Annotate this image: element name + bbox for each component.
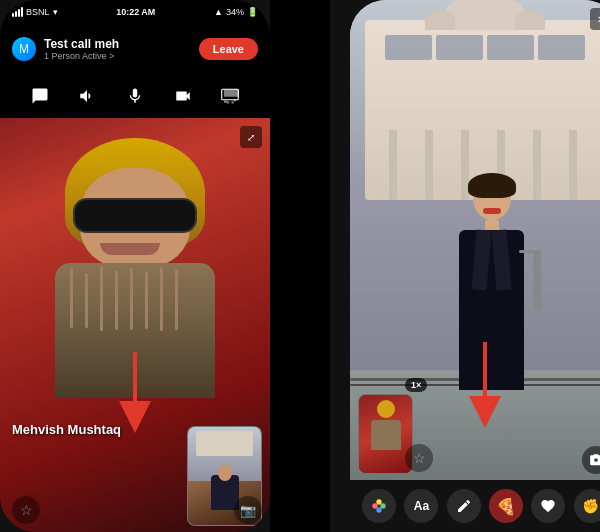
messenger-icon: M xyxy=(12,37,36,61)
sticker-button[interactable]: 🍕 xyxy=(489,489,523,523)
mic-button[interactable] xyxy=(120,81,150,111)
magnifier-badge: 1× xyxy=(405,378,427,392)
call-info: M Test call meh 1 Person Active > xyxy=(12,37,119,61)
svg-point-4 xyxy=(376,499,381,504)
call-title: Test call meh xyxy=(44,37,119,51)
person-lips xyxy=(100,243,160,255)
effects-button[interactable] xyxy=(362,489,396,523)
draw-button[interactable] xyxy=(447,489,481,523)
signal-icon xyxy=(12,7,23,17)
status-icons-right: ▲ 34% 🔋 xyxy=(214,7,258,17)
call-header: M Test call meh 1 Person Active > Leave xyxy=(0,24,270,74)
chat-button[interactable] xyxy=(25,81,55,111)
person-body xyxy=(55,263,215,398)
star-button-right[interactable]: ☆ xyxy=(405,444,433,472)
svg-point-6 xyxy=(376,507,381,512)
participant-name: Mehvish Mushtaq xyxy=(12,422,121,437)
speaker-button[interactable] xyxy=(72,81,102,111)
camera-button-left[interactable]: 📷 xyxy=(234,496,262,524)
controls-bar xyxy=(0,74,270,118)
wifi-icon: ▾ xyxy=(53,7,58,17)
person-visual xyxy=(45,138,225,398)
app-container: BSNL ▾ 10:22 AM ▲ 34% 🔋 M Test call meh … xyxy=(0,0,600,532)
call-text: Test call meh 1 Person Active > xyxy=(44,37,119,61)
status-carrier: BSNL ▾ xyxy=(12,7,58,17)
signal-right-icon: ▲ xyxy=(214,7,223,17)
love-button[interactable] xyxy=(531,489,565,523)
status-bar-left: BSNL ▾ 10:22 AM ▲ 34% 🔋 xyxy=(0,0,270,24)
main-video-left: ⤢ Mehvish Mushtaq xyxy=(0,118,270,532)
text-button[interactable]: Aa xyxy=(404,489,438,523)
call-subtitle: 1 Person Active > xyxy=(44,51,119,61)
bottom-toolbar-right: Aa 🍕 ✊ xyxy=(350,480,600,532)
phone-right: ✕ 1× xyxy=(350,0,600,532)
carrier-label: BSNL xyxy=(26,7,50,17)
video-bottom-icons: ☆ xyxy=(12,496,40,524)
video-button[interactable] xyxy=(168,81,198,111)
phone-left: BSNL ▾ 10:22 AM ▲ 34% 🔋 M Test call meh … xyxy=(0,0,270,532)
phone-separator xyxy=(270,0,330,532)
right-person-figure xyxy=(459,178,524,390)
svg-point-5 xyxy=(380,503,385,508)
leave-button[interactable]: Leave xyxy=(199,38,258,60)
battery-percent: 34% xyxy=(226,7,244,17)
star-button-left[interactable]: ☆ xyxy=(12,496,40,524)
expand-button[interactable]: ⤢ xyxy=(240,126,262,148)
svg-point-3 xyxy=(372,503,377,508)
person-sunglasses xyxy=(73,198,197,233)
battery-icon: 🔋 xyxy=(247,7,258,17)
react-button[interactable]: ✊ xyxy=(574,489,600,523)
expand-button-right[interactable]: ✕ xyxy=(590,8,600,30)
screen-share-button[interactable] xyxy=(215,81,245,111)
time-display: 10:22 AM xyxy=(116,7,155,17)
